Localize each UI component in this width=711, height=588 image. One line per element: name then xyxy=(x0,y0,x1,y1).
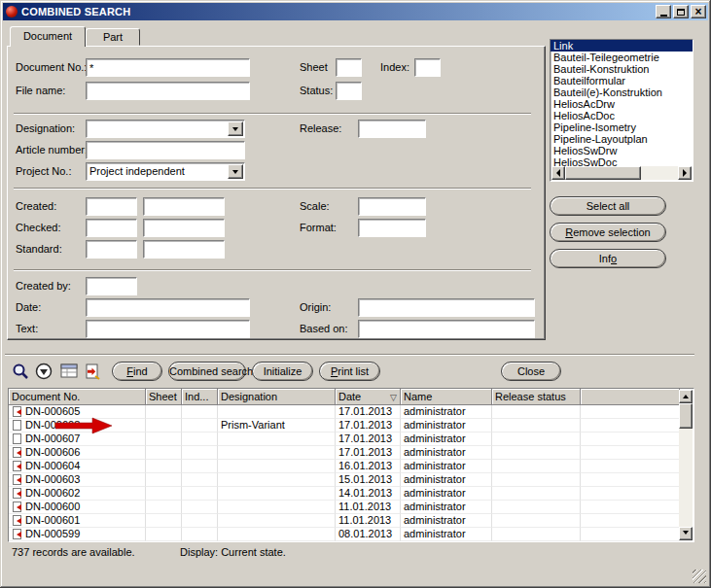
cell-release-status xyxy=(492,514,581,528)
list-item[interactable]: HeliosAcDoc xyxy=(551,110,693,121)
remove-selection-button[interactable]: Remove selection xyxy=(550,223,666,242)
project-no-combo[interactable]: Project independent xyxy=(86,162,245,181)
initialize-button[interactable]: Initialize xyxy=(252,362,313,381)
cell-name: administrator xyxy=(401,514,492,528)
list-item[interactable]: Bauteil-Konstruktion xyxy=(551,63,693,75)
magnifier-icon-button[interactable] xyxy=(10,362,31,381)
titlebar[interactable]: COMBINED SEARCH × xyxy=(3,3,708,20)
column-header-document-no[interactable]: Document No. xyxy=(9,389,146,405)
scroll-left-button[interactable] xyxy=(551,166,565,180)
column-header-index[interactable]: Ind... xyxy=(182,389,218,405)
cell-index xyxy=(182,432,218,446)
project-no-combo-value: Project independent xyxy=(89,163,227,180)
close-button[interactable]: × xyxy=(691,5,706,18)
cell-date: 16.01.2013 xyxy=(336,460,401,473)
table-row[interactable]: DN-000607 17.01.2013 administrator xyxy=(9,432,680,446)
filter-icon-button[interactable] xyxy=(33,362,54,381)
checked-name-input[interactable] xyxy=(143,219,225,237)
listbox-hscrollbar[interactable] xyxy=(551,166,692,180)
column-header-name[interactable]: Name xyxy=(401,389,492,405)
info-button[interactable]: Info xyxy=(550,249,666,268)
vscrollbar-thumb[interactable] xyxy=(679,403,693,429)
document-edit-icon-button[interactable] xyxy=(82,362,103,381)
designation-combo-arrow[interactable] xyxy=(228,121,243,136)
article-number-input[interactable] xyxy=(86,141,245,159)
separator xyxy=(14,188,531,190)
list-item[interactable]: HeliosSwDrw xyxy=(551,145,693,156)
minimize-button[interactable] xyxy=(656,5,671,18)
list-item[interactable]: Bauteilformular xyxy=(551,75,693,86)
standard-name-input[interactable] xyxy=(143,240,225,259)
vscrollbar-track[interactable] xyxy=(679,429,693,527)
table-row[interactable]: DN-000600 11.01.2013 administrator xyxy=(9,501,680,514)
hscrollbar-track[interactable] xyxy=(641,166,678,180)
date-input[interactable] xyxy=(86,298,250,317)
combined-search-button[interactable]: Combined search xyxy=(168,362,246,381)
project-no-combo-arrow[interactable] xyxy=(228,164,243,179)
select-all-button[interactable]: Select all xyxy=(550,196,666,216)
file-name-input[interactable] xyxy=(86,82,250,100)
table-row[interactable]: DN-000602 14.01.2013 administrator xyxy=(9,487,680,501)
scroll-up-button[interactable] xyxy=(679,390,693,403)
link-listbox[interactable]: Link Bauteil-Teilegeometrie Bauteil-Kons… xyxy=(550,39,693,182)
sheet-input[interactable] xyxy=(336,58,362,77)
list-item[interactable]: Bauteil(e)-Konstruktion xyxy=(551,86,693,98)
scale-input[interactable] xyxy=(358,197,426,216)
standard-date-input[interactable] xyxy=(86,240,137,259)
based-on-input[interactable] xyxy=(358,320,535,338)
table-row[interactable]: DN-000606 17.01.2013 administrator xyxy=(9,446,680,460)
cell-date: 11.01.2013 xyxy=(336,501,401,514)
print-list-button[interactable]: Print list xyxy=(319,362,380,381)
document-icon xyxy=(13,447,21,458)
maximize-button[interactable] xyxy=(673,5,689,18)
find-button[interactable]: Find xyxy=(112,362,162,381)
format-label: Format: xyxy=(300,219,337,237)
column-header-date[interactable]: Date▽ xyxy=(336,389,401,405)
list-item[interactable]: Pipeline-Layoutplan xyxy=(551,133,693,145)
display-state-text: Display: Current state. xyxy=(180,545,286,559)
column-header-release-status[interactable]: Release status xyxy=(492,389,581,405)
filter-down-icon xyxy=(35,363,53,380)
column-header-sheet[interactable]: Sheet xyxy=(146,389,182,405)
hscrollbar-thumb[interactable] xyxy=(565,166,641,180)
list-item[interactable]: HeliosAcDrw xyxy=(551,98,693,110)
list-item[interactable]: Pipeline-Isometry xyxy=(551,121,693,133)
list-item-link[interactable]: Link xyxy=(551,40,693,52)
column-header-label: Name xyxy=(404,391,432,402)
created-by-input[interactable] xyxy=(86,277,137,295)
table-row[interactable]: DN-000601 11.01.2013 administrator xyxy=(9,514,680,528)
cell-designation xyxy=(218,460,336,473)
chevron-down-icon xyxy=(232,170,238,177)
release-input[interactable] xyxy=(358,120,426,138)
tab-document-label: Document xyxy=(23,30,72,42)
text-input[interactable] xyxy=(86,320,250,338)
list-item[interactable]: Bauteil-Teilegeometrie xyxy=(551,52,693,63)
resize-grip[interactable] xyxy=(693,570,706,583)
created-name-input[interactable] xyxy=(143,197,225,216)
result-list-icon-button[interactable] xyxy=(58,362,80,381)
table-row[interactable]: DN-000599 08.01.2013 administrator xyxy=(9,528,680,541)
format-input[interactable] xyxy=(358,219,426,237)
status-input[interactable] xyxy=(336,82,362,100)
created-date-input[interactable] xyxy=(86,197,137,216)
sort-indicator-icon[interactable]: ▽ xyxy=(390,390,397,405)
scroll-down-button[interactable] xyxy=(679,527,693,540)
close-dialog-button[interactable]: Close xyxy=(501,362,561,381)
checked-date-input[interactable] xyxy=(86,219,137,237)
column-header-designation[interactable]: Designation xyxy=(218,389,336,405)
document-icon xyxy=(13,406,21,417)
cell-name: administrator xyxy=(401,446,492,460)
index-input[interactable] xyxy=(414,58,441,77)
document-icon xyxy=(13,474,21,485)
designation-combo[interactable] xyxy=(86,120,245,138)
origin-input[interactable] xyxy=(358,298,535,317)
scroll-right-button[interactable] xyxy=(678,166,692,180)
document-no-input[interactable] xyxy=(86,58,250,77)
table-row[interactable]: DN-000604 16.01.2013 administrator xyxy=(9,460,680,473)
magnifier-icon xyxy=(12,363,29,380)
checked-label: Checked: xyxy=(16,219,60,237)
table-row[interactable]: DN-000603 15.01.2013 administrator xyxy=(9,473,680,487)
tab-part[interactable]: Part xyxy=(86,28,140,46)
tab-document[interactable]: Document xyxy=(10,26,86,47)
table-vscrollbar[interactable] xyxy=(679,390,693,540)
